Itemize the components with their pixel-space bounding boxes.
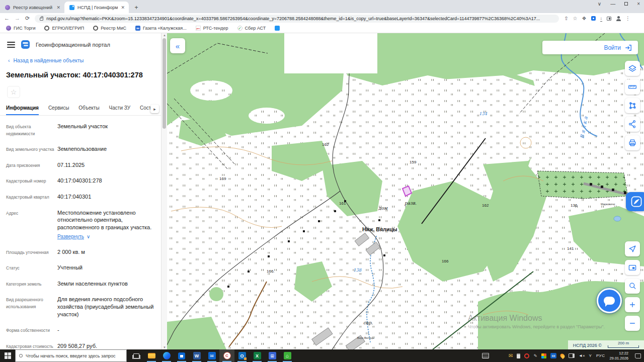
news-widget-icon[interactable] xyxy=(482,353,489,358)
url-bar[interactable]: nspd.gov.ru/map?thematic=PKK&zoom=15.123… xyxy=(35,15,559,23)
profile-icon[interactable] xyxy=(616,16,621,21)
bookmark--[interactable]: ✓Сбер АСТ xyxy=(237,26,266,31)
tab-объекты[interactable]: Объекты xyxy=(78,105,99,115)
close-tab-icon[interactable]: ✕ xyxy=(121,5,125,10)
tray-opera-icon[interactable] xyxy=(524,353,529,358)
measure-area-button[interactable] xyxy=(625,98,640,113)
field-row: Вид объекта недвижимостиЗемельный участо… xyxy=(6,119,156,141)
field-value: 40:17:040301 xyxy=(57,193,91,201)
search-area-icon xyxy=(627,281,638,292)
chat-button[interactable] xyxy=(597,288,622,313)
menu-hamburger-icon[interactable] xyxy=(7,42,15,48)
share-icon[interactable]: ⇧ xyxy=(564,16,568,21)
tray-window-pair-icon[interactable] xyxy=(569,353,575,358)
tabs-scroll-right-button[interactable]: ▸ xyxy=(150,105,159,113)
maximize-button[interactable] xyxy=(624,2,628,6)
info-panel: Геоинформационный портал ‹ Назад в найде… xyxy=(0,33,161,349)
taskbar-app-green-app[interactable]: ⌂ xyxy=(280,349,295,362)
new-tab-button[interactable]: + xyxy=(132,3,141,12)
scroll-down-icon[interactable]: ▼ xyxy=(162,346,168,349)
downloads-icon[interactable]: ↓ xyxy=(600,16,603,22)
tray-o3-icon[interactable]: 03 xyxy=(550,353,556,358)
taskbar-app-edge[interactable] xyxy=(159,349,174,362)
tab-части зу[interactable]: Части ЗУ xyxy=(109,105,130,115)
extensions-icon[interactable]: ❖ xyxy=(582,16,587,21)
menu-dots-icon[interactable]: ⋮ xyxy=(625,16,630,21)
print-button[interactable] xyxy=(625,135,640,150)
taskbar-app-calculator[interactable]: ⊞ xyxy=(265,349,280,362)
language-indicator[interactable]: РУС xyxy=(596,353,605,358)
notification-center-icon[interactable] xyxy=(635,353,641,358)
bookmark--[interactable]: ЕГРЮЛ/ЕГРИП xyxy=(44,26,84,31)
layers-button[interactable] xyxy=(625,61,640,76)
expand-link[interactable]: Развернуть xyxy=(57,233,84,240)
taskbar-app-file-explorer[interactable] xyxy=(144,349,159,362)
minimize-button[interactable]: — xyxy=(610,1,615,7)
extension-blue-icon[interactable] xyxy=(591,16,596,21)
close-window-button[interactable]: × xyxy=(637,1,640,7)
bookmark-document[interactable] xyxy=(275,26,280,31)
field-value: Земельный участок xyxy=(57,123,108,137)
file-explorer-icon xyxy=(148,353,155,358)
taskbar-app-mail[interactable]: ✉ xyxy=(204,349,219,362)
field-row: Дата присвоения07.11.2025 xyxy=(6,157,156,173)
reload-icon[interactable]: ⟳ xyxy=(25,16,30,21)
tab-информация[interactable]: Информация xyxy=(6,105,39,115)
back-to-results-link[interactable]: ‹ Назад в найденные объекты xyxy=(0,49,161,63)
tray-volume-muted-icon[interactable]: ◄× xyxy=(579,353,585,358)
bookmark-star-icon[interactable]: ☆ xyxy=(573,16,578,21)
scrollbar-thumb[interactable] xyxy=(163,38,166,129)
login-button[interactable]: Войти xyxy=(542,41,638,54)
reading-list-icon[interactable] xyxy=(607,17,611,21)
bookmark--[interactable]: ГИС Торги xyxy=(6,26,35,31)
taskbar-app-task-view[interactable] xyxy=(129,349,144,362)
collapse-panel-button[interactable]: « xyxy=(170,38,185,53)
tray-defender-icon[interactable] xyxy=(541,353,546,358)
bookmark--[interactable]: кнГазета «Калужская... xyxy=(135,26,187,31)
panel-scrollbar[interactable]: ▲ ▼ xyxy=(161,33,167,349)
taskbar-clock[interactable]: 12:22 29.01.2026 xyxy=(609,351,628,360)
zoom-out-button[interactable] xyxy=(625,316,640,331)
map-mode-button[interactable] xyxy=(626,192,644,211)
locate-button[interactable] xyxy=(625,241,640,256)
browser-tab-nspd[interactable]: НСПД | Геоинформационный п ✕ xyxy=(64,2,129,13)
tray-yandex-icon[interactable]: Y xyxy=(589,353,592,358)
ruler-button[interactable] xyxy=(625,79,640,95)
map-canvas[interactable]: Ниж. ВялицыВерх.ВялицыМарковичидомразв.с… xyxy=(167,33,644,349)
zoom-in-button[interactable] xyxy=(625,297,640,312)
taskbar-app-store[interactable] xyxy=(174,349,189,362)
forward-icon[interactable]: → xyxy=(15,16,20,21)
layers-icon xyxy=(627,63,638,74)
tray-pen-icon[interactable]: ✎ xyxy=(533,353,537,358)
taskbar-app-outlook[interactable]: O xyxy=(234,349,250,362)
tab-search-icon[interactable]: ∨ xyxy=(598,1,601,7)
taskbar-app-active-browser[interactable]: C xyxy=(219,349,234,362)
tab-сервисы[interactable]: Сервисы xyxy=(48,105,69,115)
browser-tab-registry[interactable]: Реестр извещений ✕ xyxy=(0,2,64,13)
tray-flame-icon[interactable] xyxy=(559,352,566,359)
taskbar-search-input[interactable]: Чтобы начать поиск, введите здесь запрос xyxy=(15,349,127,362)
share-button[interactable] xyxy=(625,117,640,132)
field-label: Категория земель xyxy=(6,280,57,288)
taskbar-app-word[interactable]: W xyxy=(189,349,204,362)
bookmark-label: РТС-тендер xyxy=(203,26,228,31)
scroll-up-icon[interactable]: ▲ xyxy=(162,34,168,37)
url-text: nspd.gov.ru/map?thematic=PKK&zoom=15.123… xyxy=(46,16,540,21)
bookmark--[interactable]: ртсРТС-тендер xyxy=(196,26,228,31)
favorite-star-button[interactable]: ☆ xyxy=(7,86,20,98)
taskbar-app-excel[interactable]: X xyxy=(250,349,265,362)
tab-title: НСПД | Геоинформационный п xyxy=(77,5,118,10)
overview-map-button[interactable] xyxy=(625,260,640,275)
bookmark--[interactable]: Реестр МиС xyxy=(93,26,126,31)
outlook-icon: O xyxy=(238,352,246,359)
search-area-button[interactable] xyxy=(625,279,640,294)
start-button[interactable] xyxy=(0,349,15,362)
tray-mail-tray-icon[interactable]: ✉ xyxy=(509,353,513,358)
tab-favicon xyxy=(5,5,10,10)
tray-usb-icon[interactable] xyxy=(517,353,520,358)
back-icon[interactable]: ← xyxy=(4,16,10,21)
close-tab-icon[interactable]: ✕ xyxy=(56,5,60,10)
map-label-hydro: 138 xyxy=(353,267,362,273)
map-label-elev: 136 xyxy=(571,203,578,208)
excel-icon: X xyxy=(254,352,261,359)
